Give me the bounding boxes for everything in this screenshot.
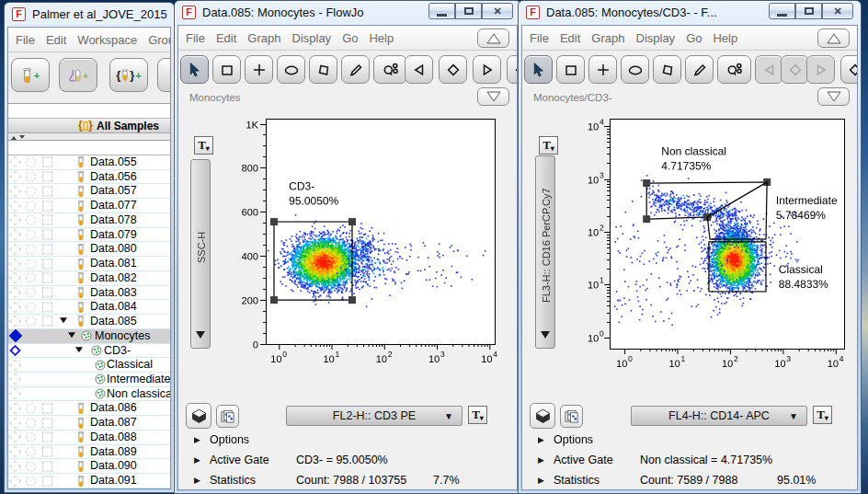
- disclosure-triangle-icon[interactable]: ▶: [194, 435, 200, 444]
- y-axis-selector[interactable]: SSC-H: [190, 159, 211, 349]
- select-square-icon[interactable]: [42, 157, 52, 167]
- filter-field-2[interactable]: [8, 140, 170, 155]
- select-circle-icon[interactable]: [26, 287, 36, 297]
- polygon-gate-button[interactable]: [653, 55, 681, 84]
- close-button[interactable]: ✕: [482, 3, 513, 19]
- select-square-icon[interactable]: [42, 273, 52, 283]
- select-circle-icon[interactable]: [26, 244, 36, 254]
- select-square-icon[interactable]: [42, 215, 52, 225]
- expander-triangle-icon[interactable]: [75, 347, 83, 356]
- maximize-button[interactable]: [795, 3, 822, 19]
- tree-row-data-084[interactable]: Data.084: [8, 300, 170, 315]
- select-diamond-icon[interactable]: [9, 243, 21, 255]
- quadrant-gate-button[interactable]: [588, 55, 617, 84]
- select-circle-icon[interactable]: [26, 273, 36, 283]
- collapse-panel-button[interactable]: [477, 29, 509, 48]
- expand-panel-button[interactable]: [817, 87, 850, 106]
- select-diamond-icon[interactable]: [9, 388, 21, 400]
- options-row[interactable]: ▶ Options: [522, 431, 857, 450]
- titlebar[interactable]: F Data.085: Monocytes/CD3- - F... ✕: [519, 1, 861, 24]
- select-diamond-icon[interactable]: [9, 316, 21, 327]
- sort-strip[interactable]: [8, 133, 170, 140]
- disclosure-triangle-icon[interactable]: ▶: [538, 455, 544, 465]
- statistics-row[interactable]: ▶ Statistics Count: 7589 / 7988 95.01%: [522, 472, 857, 490]
- add-sample-button[interactable]: +: [11, 58, 50, 92]
- select-square-icon[interactable]: [42, 432, 52, 442]
- quick-gate-button[interactable]: [717, 55, 751, 84]
- tree-row-non-classical[interactable]: Non classical: [8, 387, 170, 402]
- menu-item-go[interactable]: Go: [686, 31, 702, 45]
- select-diamond-icon[interactable]: [9, 156, 21, 168]
- select-diamond-icon[interactable]: [9, 475, 21, 487]
- nav-back-button[interactable]: [405, 55, 433, 84]
- select-square-icon[interactable]: [42, 476, 52, 486]
- titlebar[interactable]: F Data.085: Monocytes - FlowJo ✕: [175, 1, 520, 24]
- select-diamond-icon[interactable]: [9, 200, 21, 212]
- select-square-icon[interactable]: [42, 186, 52, 196]
- plot-type-button[interactable]: [530, 403, 555, 429]
- nav-sibling-button[interactable]: [507, 55, 518, 84]
- tree-row-classical[interactable]: Classical: [8, 358, 170, 373]
- menu-item-help[interactable]: Help: [369, 31, 394, 45]
- tree-row-data-056[interactable]: Data.056: [8, 170, 170, 185]
- tree-row-data-088[interactable]: Data.088: [8, 431, 170, 445]
- select-diamond-icon[interactable]: [9, 185, 21, 197]
- menu-item-file[interactable]: File: [530, 31, 549, 45]
- minimize-button[interactable]: [428, 3, 455, 19]
- select-diamond-icon[interactable]: [9, 402, 21, 414]
- select-diamond-icon[interactable]: [9, 171, 21, 183]
- menu-item-groups[interactable]: Groups: [148, 33, 171, 47]
- disclosure-triangle-icon[interactable]: ▶: [538, 476, 544, 485]
- select-square-icon[interactable]: [42, 403, 52, 413]
- x-axis-font-button[interactable]: T▾: [813, 406, 832, 424]
- tree-row-data-081[interactable]: Data.081: [8, 257, 170, 271]
- menu-item-edit[interactable]: Edit: [560, 31, 580, 45]
- select-circle-icon[interactable]: [26, 258, 36, 269]
- x-axis-font-button[interactable]: T▾: [468, 406, 487, 424]
- tree-row-data-086[interactable]: Data.086: [8, 401, 170, 416]
- menu-item-display[interactable]: Display: [636, 31, 676, 45]
- select-diamond-icon[interactable]: [9, 373, 21, 385]
- menu-item-display[interactable]: Display: [292, 31, 332, 45]
- rectangle-gate-button[interactable]: [212, 55, 241, 84]
- select-square-icon[interactable]: [42, 461, 52, 471]
- polygon-gate-button[interactable]: [309, 55, 337, 84]
- select-square-icon[interactable]: [42, 230, 52, 240]
- select-diamond-icon[interactable]: [9, 287, 21, 299]
- clipped-toolbar-button[interactable]: [157, 58, 171, 92]
- active-gate-row[interactable]: ▶ Active Gate CD3- = 95.0050%: [178, 452, 517, 470]
- select-diamond-icon[interactable]: [9, 359, 21, 371]
- tree-row-intermediate[interactable]: Intermediate: [8, 373, 170, 387]
- quick-gate-button[interactable]: [373, 55, 407, 84]
- select-circle-icon[interactable]: [26, 403, 36, 413]
- active-gate-row[interactable]: ▶ Active Gate Non classical = 4.71735%: [522, 452, 857, 470]
- menu-item-go[interactable]: Go: [342, 31, 358, 45]
- tree-row-data-077[interactable]: Data.077: [8, 199, 170, 213]
- select-diamond-icon[interactable]: [9, 417, 21, 429]
- y-axis-selector[interactable]: FL3-H:: CD16 PerCP.Cy7: [535, 155, 555, 349]
- all-samples-header[interactable]: {▯} All Samples: [8, 119, 170, 133]
- expander-triangle-icon[interactable]: [60, 318, 67, 327]
- y-axis-font-button[interactable]: T▾: [539, 136, 558, 155]
- collapse-panel-button[interactable]: [817, 29, 850, 48]
- close-button[interactable]: ✕: [822, 3, 853, 19]
- expander-triangle-icon[interactable]: [68, 332, 75, 341]
- add-group-button[interactable]: {}+: [109, 58, 148, 92]
- tree-row-data-091[interactable]: Data.091: [8, 474, 170, 488]
- tree-row-data-080[interactable]: Data.080: [8, 242, 170, 257]
- disclosure-triangle-icon[interactable]: ▶: [538, 435, 544, 444]
- overlay-plots-button[interactable]: [216, 405, 239, 428]
- select-square-icon[interactable]: [42, 316, 52, 327]
- ellipse-gate-button[interactable]: [621, 55, 649, 84]
- select-circle-icon[interactable]: [26, 302, 36, 312]
- menu-item-file[interactable]: File: [186, 31, 205, 45]
- plot-type-button[interactable]: [186, 403, 211, 429]
- titlebar[interactable]: F Palmer et al_JOVE_2015: [5, 3, 174, 26]
- tree-row-cd3-[interactable]: CD3-: [8, 344, 170, 359]
- menu-item-graph[interactable]: Graph: [247, 31, 280, 45]
- select-arrow-button[interactable]: [524, 55, 553, 84]
- select-diamond-icon[interactable]: [9, 214, 21, 226]
- select-diamond-icon[interactable]: [9, 258, 21, 270]
- select-square-icon[interactable]: [42, 418, 52, 428]
- tree-row-monocytes[interactable]: Monocytes: [8, 329, 170, 344]
